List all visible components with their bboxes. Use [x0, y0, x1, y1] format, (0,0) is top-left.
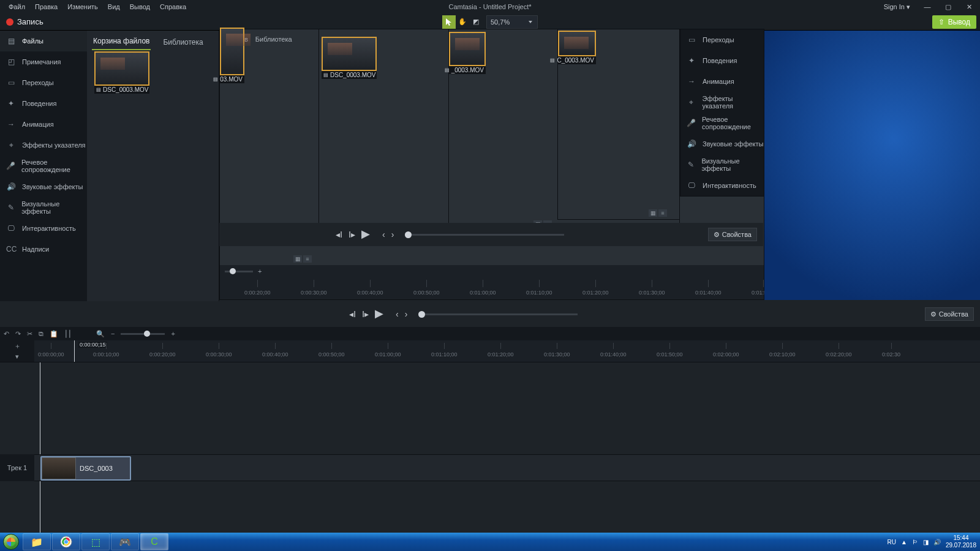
undo-button[interactable]: ↶ — [4, 330, 9, 338]
cut-button[interactable]: ✂ — [27, 330, 32, 338]
prev-marker-button[interactable]: ‹ — [382, 230, 385, 239]
sidebar-item-interactivity[interactable]: 🖵Интерактивность — [0, 218, 87, 239]
float-behaviors[interactable]: ✦Поведения — [680, 50, 764, 71]
play-button[interactable]: ▶ — [375, 307, 390, 321]
properties-button[interactable]: Свойства — [708, 228, 757, 241]
media-thumbnail[interactable]: DSC_0003.MOV — [94, 51, 149, 94]
ruler-tick: 0:00:30;00 — [301, 290, 327, 296]
maximize-button[interactable]: ▢ — [941, 2, 956, 12]
zoom-in-button[interactable]: + — [171, 330, 175, 337]
zoom-dropdown[interactable]: 50,7% — [486, 15, 538, 29]
timeline-ruler[interactable]: 0:00:00;15 0:00:00;00 0:00:10;000:00:20;… — [34, 340, 980, 362]
taskbar-network-icon[interactable]: ◨ — [923, 539, 929, 545]
export-button[interactable]: Вывод — [932, 15, 976, 29]
float-interactivity[interactable]: 🖵Интерактивность — [680, 175, 764, 196]
float-animations[interactable]: →Анимация — [680, 71, 764, 92]
playhead[interactable] — [74, 340, 75, 362]
bin-tab-library[interactable]: Библиотека — [162, 34, 204, 50]
minimize-button[interactable]: — — [920, 2, 935, 12]
sidebar-item-cursor-effects[interactable]: ⌖Эффекты указателя — [0, 135, 87, 156]
mini-zoom-slider[interactable] — [225, 271, 253, 272]
play-button[interactable]: ▶ — [361, 227, 376, 242]
list-view-button[interactable]: ≡ — [658, 209, 667, 217]
paste-button[interactable]: 📋 — [50, 330, 58, 338]
crop-tool[interactable]: ◩ — [469, 15, 483, 29]
zoom-plus[interactable]: + — [258, 268, 262, 275]
prev-frame-button[interactable]: ◂Ⅰ — [336, 230, 342, 239]
sidebar-item-visual-effects[interactable]: ✎Визуальные эффекты — [0, 197, 87, 218]
gear-icon — [714, 231, 720, 239]
start-button[interactable] — [0, 533, 22, 551]
float-transitions[interactable]: ▭Переходы — [680, 29, 764, 50]
track-add-button[interactable]: ＋ — [14, 342, 21, 351]
hand-tool[interactable]: ✋ — [456, 15, 469, 29]
grid-view-button[interactable]: ▦ — [293, 255, 302, 263]
copy-button[interactable]: ⧉ — [39, 330, 43, 338]
clip-thumbnail — [42, 457, 76, 479]
cursor-tool[interactable] — [442, 15, 456, 29]
float-audio-effects[interactable]: 🔊Звуковые эффекты — [680, 133, 764, 154]
step-button[interactable]: Ⅰ▸ — [349, 230, 355, 239]
track-collapse-button[interactable]: ▾ — [15, 353, 19, 361]
taskbar-volume-icon[interactable]: 🔊 — [933, 539, 941, 545]
preview-seek-slider[interactable] — [418, 313, 578, 315]
timeline-clip[interactable]: DSC_0003 — [40, 456, 131, 481]
close-button[interactable]: ✕ — [962, 2, 976, 12]
sidebar-item-audio-effects[interactable]: 🔊Звуковые эффекты — [0, 176, 87, 197]
menu-file[interactable]: Файл — [4, 3, 30, 10]
menu-output[interactable]: Вывод — [125, 3, 155, 10]
behaviors-icon: ✦ — [687, 56, 696, 65]
sidebar-item-media[interactable]: ▤Файлы — [0, 31, 87, 51]
sidebar-item-voice[interactable]: 🎤Речевое сопровождение — [0, 156, 87, 176]
bin-tab-media[interactable]: Корзина файлов — [92, 33, 151, 50]
caret-down-icon — [529, 21, 532, 23]
zoom-slider[interactable] — [121, 333, 165, 335]
next-marker-button[interactable]: › — [405, 309, 408, 319]
step-button[interactable]: Ⅰ▸ — [362, 309, 369, 319]
sidebar-item-transitions[interactable]: ▭Переходы — [0, 72, 87, 93]
sidebar-item-behaviors[interactable]: ✦Поведения — [0, 93, 87, 114]
sidebar-item-captions[interactable]: CCНадписи — [0, 239, 87, 260]
split-button[interactable]: ⎮⎮ — [64, 330, 72, 338]
track-label[interactable]: Трек 1 — [0, 454, 34, 481]
record-icon — [6, 18, 13, 26]
float-visual-effects[interactable]: ✎Визуальные эффекты — [680, 154, 764, 175]
cascade-window-4: C_0003.MOV ▦≡ — [557, 29, 680, 220]
prev-frame-button[interactable]: ◂Ⅰ — [349, 309, 356, 319]
ruler-tick: 0:01:10;00 — [431, 351, 458, 358]
taskbar-chrome[interactable] — [52, 533, 80, 550]
preview-seek-slider[interactable] — [405, 234, 564, 236]
taskbar-tray-icon[interactable]: ▲ — [901, 539, 907, 545]
float-voice[interactable]: 🎤Речевое сопровождение — [680, 113, 764, 133]
taskbar-clock[interactable]: 15:44 29.07.2018 — [946, 534, 976, 549]
sidebar-item-annotations[interactable]: ◰Примечания — [0, 51, 87, 72]
list-view-button[interactable]: ≡ — [303, 255, 312, 263]
zoom-out-button[interactable]: − — [111, 330, 115, 337]
thumbnail-image — [558, 31, 596, 56]
taskbar-app[interactable]: ⬚ — [81, 533, 110, 550]
sidebar-item-animations[interactable]: →Анимация — [0, 114, 87, 135]
prev-marker-button[interactable]: ‹ — [396, 309, 399, 319]
menu-help[interactable]: Справка — [155, 3, 191, 10]
preview-canvas[interactable] — [764, 31, 980, 300]
taskbar-discord[interactable]: 🎮 — [111, 533, 139, 550]
taskbar-camtasia[interactable]: C — [140, 533, 168, 550]
menu-edit[interactable]: Правка — [30, 3, 62, 10]
taskbar-explorer[interactable]: 📁 — [23, 533, 51, 550]
search-icon[interactable]: 🔍 — [96, 330, 105, 338]
taskbar-lang[interactable]: RU — [888, 539, 896, 545]
media-thumbnail[interactable]: DSC_0003.MOV — [322, 37, 377, 79]
redo-button[interactable]: ↷ — [15, 330, 21, 338]
menu-modify[interactable]: Изменить — [62, 3, 103, 10]
float-cursor-effects[interactable]: ⌖Эффекты указателя — [680, 92, 764, 113]
behaviors-icon: ✦ — [6, 99, 16, 108]
properties-button[interactable]: Свойства — [925, 307, 974, 321]
record-button[interactable]: Запись — [0, 17, 50, 26]
next-marker-button[interactable]: › — [391, 230, 394, 239]
signin-button[interactable]: Sign In ▾ — [880, 3, 914, 11]
menu-view[interactable]: Вид — [103, 3, 125, 10]
track-body[interactable]: DSC_0003 — [34, 454, 980, 481]
mini-ruler: + 0:00:20;000:00:30;000:00:40;000:00:50;… — [220, 265, 764, 299]
taskbar-action-icon[interactable]: 🏳 — [912, 539, 918, 545]
grid-view-button[interactable]: ▦ — [649, 209, 657, 217]
